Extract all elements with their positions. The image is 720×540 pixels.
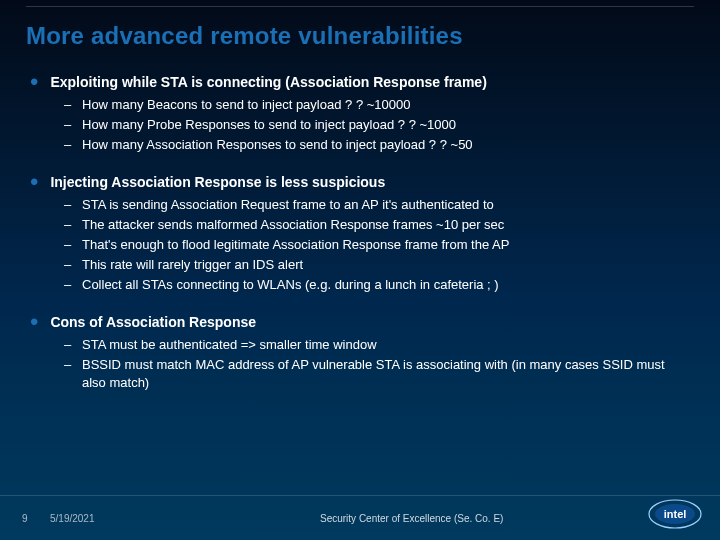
slide: More advanced remote vulnerabilities • E… (0, 0, 720, 540)
bullet-dot-icon: • (30, 312, 38, 332)
sub-list: –STA must be authenticated => smaller ti… (64, 336, 686, 392)
bullet-item: • Injecting Association Response is less… (30, 172, 686, 192)
sub-text: BSSID must match MAC address of AP vulne… (82, 356, 686, 392)
sub-text: The attacker sends malformed Association… (82, 216, 504, 234)
sub-item: –How many Probe Responses to send to inj… (64, 116, 686, 134)
slide-title: More advanced remote vulnerabilities (26, 22, 694, 50)
sub-item: –How many Association Responses to send … (64, 136, 686, 154)
bullet-item: • Cons of Association Response (30, 312, 686, 332)
dash-icon: – (64, 276, 82, 294)
slide-content: • Exploiting while STA is connecting (As… (26, 72, 694, 392)
dash-icon: – (64, 96, 82, 114)
sub-text: That's enough to flood legitimate Associ… (82, 236, 509, 254)
bullet-head: Exploiting while STA is connecting (Asso… (50, 72, 486, 92)
sub-item: –How many Beacons to send to inject payl… (64, 96, 686, 114)
intel-logo-icon: intel (648, 498, 702, 534)
sub-item: –The attacker sends malformed Associatio… (64, 216, 686, 234)
sub-text: This rate will rarely trigger an IDS ale… (82, 256, 303, 274)
sub-text: STA is sending Association Request frame… (82, 196, 494, 214)
sub-text: How many Association Responses to send t… (82, 136, 473, 154)
sub-text: How many Beacons to send to inject paylo… (82, 96, 410, 114)
dash-icon: – (64, 116, 82, 134)
bullet-head: Injecting Association Response is less s… (50, 172, 385, 192)
footer-center-text: Security Center of Excellence (Se. Co. E… (320, 513, 503, 524)
bullet-head: Cons of Association Response (50, 312, 256, 332)
dash-icon: – (64, 216, 82, 234)
sub-list: –How many Beacons to send to inject payl… (64, 96, 686, 154)
sub-list: –STA is sending Association Request fram… (64, 196, 686, 294)
page-number: 9 (22, 513, 50, 524)
top-divider (26, 6, 694, 7)
sub-item: –BSSID must match MAC address of AP vuln… (64, 356, 686, 392)
dash-icon: – (64, 236, 82, 254)
dash-icon: – (64, 336, 82, 354)
sub-text: How many Probe Responses to send to inje… (82, 116, 456, 134)
dash-icon: – (64, 356, 82, 374)
sub-item: –Collect all STAs connecting to WLANs (e… (64, 276, 686, 294)
dash-icon: – (64, 256, 82, 274)
sub-item: –This rate will rarely trigger an IDS al… (64, 256, 686, 274)
bullet-item: • Exploiting while STA is connecting (As… (30, 72, 686, 92)
svg-text:intel: intel (664, 508, 687, 520)
footer-date: 5/19/2021 (50, 513, 95, 524)
bullet-dot-icon: • (30, 72, 38, 92)
footer: 9 5/19/2021 Security Center of Excellenc… (0, 496, 720, 540)
bullet-dot-icon: • (30, 172, 38, 192)
sub-text: Collect all STAs connecting to WLANs (e.… (82, 276, 499, 294)
sub-item: –STA must be authenticated => smaller ti… (64, 336, 686, 354)
dash-icon: – (64, 136, 82, 154)
sub-item: –STA is sending Association Request fram… (64, 196, 686, 214)
sub-text: STA must be authenticated => smaller tim… (82, 336, 377, 354)
sub-item: –That's enough to flood legitimate Assoc… (64, 236, 686, 254)
dash-icon: – (64, 196, 82, 214)
